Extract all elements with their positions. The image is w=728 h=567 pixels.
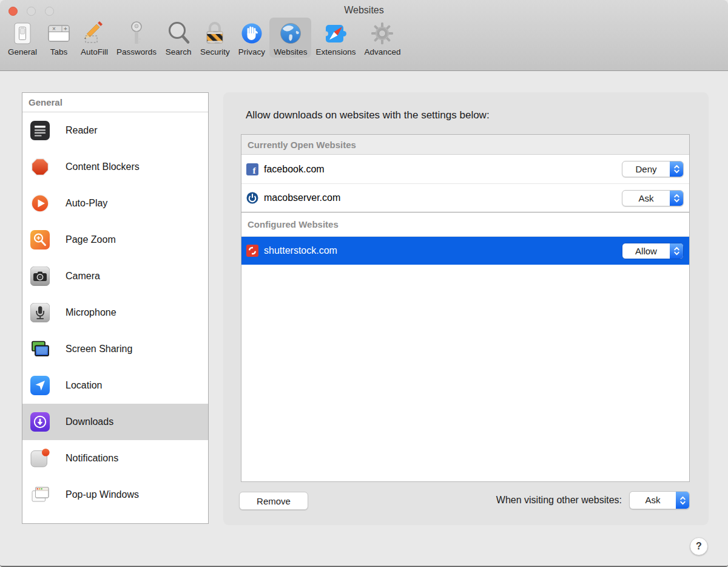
- section-header-configured: Configured Websites: [241, 212, 689, 237]
- switch-icon: [9, 20, 36, 47]
- tab-advanced[interactable]: Advanced: [360, 18, 405, 58]
- permission-popup-facebook[interactable]: Deny: [622, 161, 684, 177]
- websites-table: Currently Open Websites f facebook.com D…: [241, 134, 690, 482]
- globe-icon: [277, 20, 304, 47]
- stop-octagon-icon: [30, 157, 50, 177]
- tab-label: Tabs: [50, 47, 68, 56]
- sidebar-item-label: Location: [66, 380, 103, 391]
- tab-passwords[interactable]: Passwords: [112, 18, 161, 58]
- tab-label: Passwords: [116, 47, 157, 56]
- sidebar-header: General: [22, 93, 208, 112]
- sidebar: General Reader Content Blockers: [22, 92, 209, 524]
- notification-badge-icon: [30, 449, 50, 468]
- tab-extensions[interactable]: Extensions: [311, 18, 360, 58]
- table-row-shutterstock-selected[interactable]: shutterstock.com Allow: [241, 237, 689, 265]
- toolbar-tabs: General × + Tabs: [4, 18, 405, 58]
- sidebar-item-label: Reader: [66, 125, 97, 136]
- shutterstock-favicon: [246, 245, 258, 257]
- microphone-icon: [30, 303, 50, 322]
- panel-heading: Allow downloads on websites with the set…: [246, 109, 490, 121]
- site-name: facebook.com: [264, 164, 622, 175]
- sidebar-item-location[interactable]: Location: [22, 367, 208, 404]
- sidebar-item-reader[interactable]: Reader: [22, 112, 208, 149]
- tab-label: Security: [200, 47, 230, 56]
- sidebar-item-label: Screen Sharing: [66, 344, 132, 355]
- tab-label: Advanced: [364, 47, 400, 56]
- sidebar-item-label: Downloads: [66, 416, 113, 427]
- permission-popup-macobserver[interactable]: Ask: [622, 190, 684, 206]
- remove-button[interactable]: Remove: [239, 492, 308, 510]
- popup-value: Deny: [622, 161, 670, 177]
- tab-label: AutoFill: [81, 47, 108, 56]
- tab-security[interactable]: Security: [196, 18, 234, 58]
- svg-text:×: ×: [52, 25, 56, 32]
- tab-general[interactable]: General: [4, 18, 41, 58]
- svg-text:+: +: [64, 25, 67, 32]
- help-button[interactable]: ?: [690, 537, 708, 555]
- sidebar-item-microphone[interactable]: Microphone: [22, 294, 208, 331]
- gear-icon: [369, 20, 396, 47]
- svg-text:f: f: [252, 165, 256, 175]
- permission-popup-shutterstock[interactable]: Allow: [622, 243, 684, 259]
- sidebar-item-notifications[interactable]: Notifications: [22, 440, 208, 477]
- sidebar-item-downloads[interactable]: Downloads: [22, 404, 208, 440]
- pencil-icon: [81, 20, 108, 47]
- popup-stepper-icon: [670, 161, 683, 177]
- tab-autofill[interactable]: AutoFill: [76, 18, 112, 58]
- reader-icon: [30, 121, 50, 140]
- sidebar-item-content-blockers[interactable]: Content Blockers: [22, 149, 208, 185]
- key-icon: [123, 20, 150, 47]
- hand-icon: [238, 20, 265, 47]
- sidebar-item-label: Pop-up Windows: [66, 489, 139, 500]
- tab-label: Websites: [274, 47, 307, 56]
- screens-icon: [30, 339, 50, 359]
- site-name: macobserver.com: [264, 192, 622, 203]
- tab-label: Search: [166, 47, 192, 56]
- camera-icon: [30, 267, 50, 286]
- when-visiting-label: When visiting other websites:: [496, 495, 622, 506]
- window-title: Websites: [0, 5, 728, 16]
- sidebar-item-pop-up-windows[interactable]: Pop-up Windows: [22, 477, 208, 513]
- when-visiting-popup[interactable]: Ask: [629, 491, 690, 509]
- tab-tabs[interactable]: × + Tabs: [41, 18, 76, 58]
- tabs-window-icon: × +: [46, 20, 72, 47]
- section-header-currently-open: Currently Open Websites: [241, 135, 689, 155]
- popup-stepper-icon: [670, 243, 683, 259]
- popup-value: Allow: [622, 243, 670, 259]
- tab-label: Privacy: [238, 47, 265, 56]
- popup-windows-icon: [30, 485, 50, 504]
- facebook-favicon: f: [246, 163, 258, 175]
- sidebar-item-label: Microphone: [66, 307, 116, 318]
- magnifier-icon: [165, 20, 192, 47]
- sidebar-item-label: Auto-Play: [66, 198, 107, 209]
- preferences-window: Websites General × +: [0, 0, 728, 567]
- when-visiting-control: When visiting other websites: Ask: [496, 491, 690, 509]
- tab-label: Extensions: [315, 47, 356, 56]
- popup-value: Ask: [630, 492, 676, 509]
- sidebar-item-label: Page Zoom: [66, 234, 116, 245]
- sidebar-item-camera[interactable]: Camera: [22, 258, 208, 294]
- tab-search[interactable]: Search: [161, 18, 196, 58]
- popup-stepper-icon: [676, 492, 689, 509]
- popup-value: Ask: [622, 191, 670, 206]
- sidebar-item-label: Content Blockers: [66, 161, 140, 172]
- toolbar: Websites General × +: [0, 0, 728, 71]
- sidebar-item-label: Notifications: [66, 453, 118, 464]
- zoom-magnifier-icon: [30, 230, 50, 250]
- sidebar-item-page-zoom[interactable]: Page Zoom: [22, 222, 208, 258]
- download-circle-icon: [30, 412, 50, 432]
- table-row-facebook[interactable]: f facebook.com Deny: [241, 155, 689, 183]
- downloads-settings-panel: Allow downloads on websites with the set…: [223, 92, 709, 525]
- puzzle-icon: [322, 20, 349, 47]
- site-name: shutterstock.com: [264, 245, 622, 256]
- sidebar-item-label: Camera: [66, 271, 100, 282]
- macobserver-favicon: [246, 192, 258, 204]
- table-row-macobserver[interactable]: macobserver.com Ask: [241, 183, 689, 212]
- tab-privacy[interactable]: Privacy: [234, 18, 269, 58]
- popup-stepper-icon: [670, 191, 683, 206]
- navigation-arrow-icon: [30, 376, 50, 395]
- sidebar-item-auto-play[interactable]: Auto-Play: [22, 185, 208, 222]
- tab-websites[interactable]: Websites: [269, 18, 311, 58]
- sidebar-item-screen-sharing[interactable]: Screen Sharing: [22, 331, 208, 367]
- tab-label: General: [8, 47, 37, 56]
